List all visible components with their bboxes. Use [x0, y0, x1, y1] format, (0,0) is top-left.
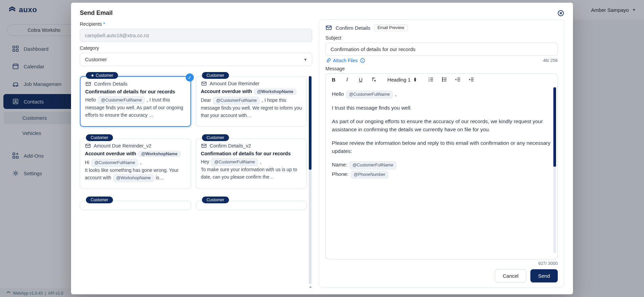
- message-label: Message: [325, 66, 558, 71]
- attach-files-link[interactable]: Attach Files: [325, 58, 365, 63]
- mail-icon: [201, 143, 207, 149]
- cancel-button[interactable]: Cancel: [495, 269, 526, 282]
- unordered-list-button[interactable]: [441, 76, 449, 83]
- template-card[interactable]: Customer Amount Due Reminder Account ove…: [196, 76, 307, 127]
- recipients-label: Recipients *: [80, 21, 312, 27]
- underline-button[interactable]: U: [357, 77, 364, 83]
- check-icon: ✓: [186, 73, 194, 82]
- ordered-list-button[interactable]: 123: [428, 76, 435, 83]
- svg-rect-15: [202, 82, 206, 85]
- category-select[interactable]: Customer ▼: [80, 53, 312, 66]
- merge-chip: @CustomerFullName: [346, 91, 393, 98]
- info-icon[interactable]: [360, 58, 365, 63]
- merge-chip: @CustomerFullName: [211, 158, 258, 166]
- template-title: Amount Due Reminder_v2: [94, 143, 152, 148]
- template-tag: Customer: [202, 197, 229, 203]
- dialog-left-column: Recipients * campbell.auto18@xtra.co.nz …: [80, 19, 312, 288]
- merge-chip: @CustomerFullName: [98, 96, 145, 104]
- template-subject: Confirmation of details for our records: [85, 89, 186, 94]
- mail-icon: [201, 81, 207, 87]
- svg-point-23: [442, 77, 443, 78]
- editor-toolbar: B I U Heading 1 ▲▼ 123: [325, 73, 558, 85]
- merge-chip: @WorkshopName: [254, 89, 296, 95]
- category-label: Category: [80, 45, 312, 51]
- scroll-down-icon[interactable]: ▼: [308, 285, 312, 288]
- mail-icon: [85, 143, 91, 149]
- category-value: Customer: [85, 56, 107, 62]
- template-tag: Customer: [86, 134, 113, 141]
- dialog-title: Send Email: [80, 9, 113, 17]
- template-title: Confirm Details: [94, 81, 128, 87]
- close-icon[interactable]: [557, 10, 564, 17]
- sort-icon: ▲▼: [413, 77, 417, 82]
- star-icon: ★: [91, 73, 94, 78]
- dialog-right-column: Confirm Details Email Preview Subject At…: [319, 19, 564, 288]
- template-title: Confirm Details_v2: [210, 143, 251, 148]
- merge-chip: @CustomerFullName: [349, 161, 396, 169]
- svg-text:3: 3: [428, 80, 429, 82]
- send-button[interactable]: Send: [530, 269, 558, 282]
- svg-rect-14: [86, 82, 91, 86]
- italic-button[interactable]: I: [343, 77, 351, 83]
- merge-chip: @CustomerFullName: [213, 97, 260, 105]
- template-title: Amount Due Reminder: [210, 81, 260, 86]
- template-tag: Customer: [202, 134, 229, 141]
- paperclip-icon: [325, 58, 331, 63]
- template-tag: Customer: [202, 72, 229, 79]
- heading-select[interactable]: Heading 1 ▲▼: [387, 77, 417, 83]
- merge-chip: @WorkshopName: [113, 174, 154, 182]
- subject-counter: 46/ 256: [543, 58, 558, 63]
- template-card[interactable]: Customer: [196, 201, 307, 210]
- template-tag: Customer: [86, 197, 113, 203]
- svg-point-24: [442, 79, 443, 80]
- templates-list: ▼ ★ Customer ✓ Confirm Details: [80, 71, 312, 288]
- merge-chip: @PhoneNumber: [351, 171, 388, 179]
- template-preview: Hi @CustomerFullName , It looks like som…: [85, 159, 186, 182]
- message-counter: 927/ 3000: [325, 261, 558, 266]
- email-preview-pill[interactable]: Email Preview: [374, 24, 408, 31]
- subject-input[interactable]: [325, 43, 558, 56]
- svg-point-25: [442, 81, 443, 81]
- template-preview: Hello @CustomerFullName , I trust this m…: [85, 96, 186, 119]
- template-preview: Dear @CustomerFullName , I hope this mes…: [201, 97, 302, 119]
- svg-rect-16: [86, 144, 90, 147]
- required-marker: *: [103, 21, 105, 27]
- template-card[interactable]: Customer: [80, 201, 191, 210]
- mail-icon: [85, 81, 91, 87]
- merge-chip: @CustomerFullName: [91, 159, 138, 167]
- template-subject: Account overdue with @WorkshopName: [201, 89, 302, 95]
- send-email-dialog: Send Email Recipients * campbell.auto18@…: [71, 3, 573, 294]
- template-subject: Account overdue with @WorkshopName: [85, 151, 186, 157]
- template-tag: ★ Customer: [86, 72, 118, 79]
- mail-icon: [325, 24, 332, 31]
- outdent-button[interactable]: [455, 76, 462, 83]
- template-subject: Confirmation of details for our records: [201, 151, 302, 156]
- svg-rect-17: [202, 144, 206, 147]
- templates-scrollbar[interactable]: [309, 76, 312, 284]
- chevron-down-icon: ▼: [303, 58, 307, 62]
- clear-format-button[interactable]: [370, 76, 378, 83]
- editor-scrollbar[interactable]: [553, 87, 556, 253]
- subject-label: Subject: [325, 35, 558, 41]
- template-preview: Hey @CustomerFullName , To make sure you…: [201, 158, 302, 181]
- merge-chip: @WorkshopName: [138, 151, 181, 157]
- svg-rect-18: [326, 26, 331, 30]
- recipients-input[interactable]: campbell.auto18@xtra.co.nz: [80, 29, 312, 42]
- indent-button[interactable]: [468, 76, 476, 83]
- template-card[interactable]: Customer Amount Due Reminder_v2 Account …: [80, 138, 191, 189]
- message-editor[interactable]: Hello @CustomerFullName , I trust this m…: [325, 85, 558, 259]
- confirm-details-label: Confirm Details: [336, 25, 370, 31]
- template-card[interactable]: ★ Customer ✓ Confirm Details Confirmatio…: [80, 76, 191, 127]
- template-card[interactable]: Customer Confirm Details_v2 Confirmation…: [196, 138, 307, 189]
- bold-button[interactable]: B: [330, 77, 337, 83]
